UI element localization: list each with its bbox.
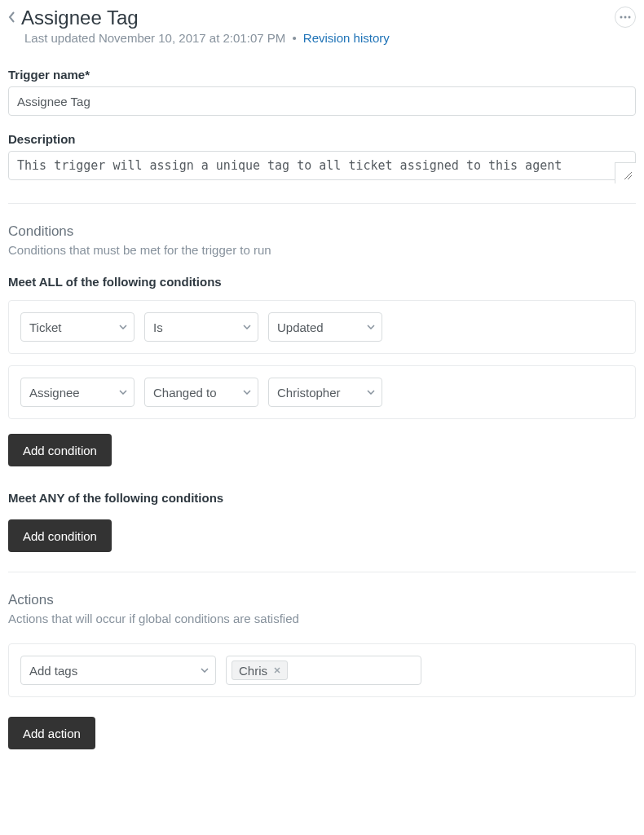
chevron-down-icon	[243, 390, 251, 395]
condition-field-select[interactable]: Assignee	[20, 378, 135, 407]
chevron-down-icon	[119, 325, 127, 329]
chevron-down-icon	[367, 390, 375, 395]
ellipsis-icon	[620, 15, 631, 19]
chevron-down-icon	[119, 390, 127, 395]
description-textarea[interactable]	[8, 151, 636, 180]
condition-row: Assignee Changed to Christopher	[8, 365, 636, 419]
last-updated-value: November 10, 2017 at 2:01:07 PM	[99, 31, 285, 45]
more-actions-button[interactable]	[615, 7, 636, 28]
action-field-value: Add tags	[29, 664, 77, 678]
action-field-select[interactable]: Add tags	[20, 656, 216, 685]
condition-operator-select[interactable]: Is	[144, 312, 258, 342]
tag-chip: Chris	[232, 660, 288, 680]
meet-all-title: Meet ALL of the following conditions	[8, 275, 636, 289]
condition-field-value: Ticket	[29, 320, 61, 334]
chevron-down-icon	[243, 325, 251, 329]
last-updated-prefix: Last updated	[24, 31, 99, 45]
remove-tag-button[interactable]	[271, 664, 284, 677]
svg-point-2	[629, 16, 631, 19]
resize-handle[interactable]	[615, 162, 636, 183]
chevron-down-icon	[367, 325, 375, 329]
add-condition-all-button[interactable]: Add condition	[8, 434, 112, 466]
action-row: Add tags Chris	[8, 643, 636, 697]
condition-operator-select[interactable]: Changed to	[144, 378, 258, 407]
condition-operator-value: Changed to	[153, 386, 217, 400]
condition-field-select[interactable]: Ticket	[20, 312, 135, 342]
chevron-down-icon	[201, 668, 209, 673]
divider	[8, 203, 636, 204]
condition-value-select[interactable]: Christopher	[268, 378, 382, 407]
add-condition-any-button[interactable]: Add condition	[8, 519, 112, 552]
add-action-button[interactable]: Add action	[8, 717, 95, 749]
back-chevron-icon[interactable]	[8, 7, 16, 29]
tags-input[interactable]: Chris	[226, 656, 421, 685]
condition-operator-value: Is	[153, 320, 163, 334]
svg-point-0	[620, 16, 623, 19]
last-updated-line: Last updated November 10, 2017 at 2:01:0…	[24, 31, 390, 45]
page-title: Assignee Tag	[21, 7, 139, 29]
trigger-name-label: Trigger name*	[8, 68, 636, 82]
divider	[8, 572, 636, 572]
condition-value: Christopher	[277, 386, 341, 400]
trigger-name-input[interactable]	[8, 86, 636, 116]
condition-row: Ticket Is Updated	[8, 300, 636, 354]
condition-field-value: Assignee	[29, 386, 80, 400]
separator-dot: •	[292, 31, 296, 45]
svg-point-1	[624, 16, 627, 19]
condition-value: Updated	[277, 320, 324, 334]
svg-line-3	[624, 172, 632, 179]
meet-any-title: Meet ANY of the following conditions	[8, 491, 636, 505]
tag-label: Chris	[239, 664, 267, 678]
description-label: Description	[8, 132, 636, 146]
revision-history-link[interactable]: Revision history	[303, 31, 390, 45]
actions-heading: Actions	[8, 592, 636, 608]
conditions-heading: Conditions	[8, 223, 636, 240]
condition-value-select[interactable]: Updated	[268, 312, 382, 342]
conditions-subtext: Conditions that must be met for the trig…	[8, 243, 636, 257]
actions-subtext: Actions that will occur if global condit…	[8, 612, 636, 625]
